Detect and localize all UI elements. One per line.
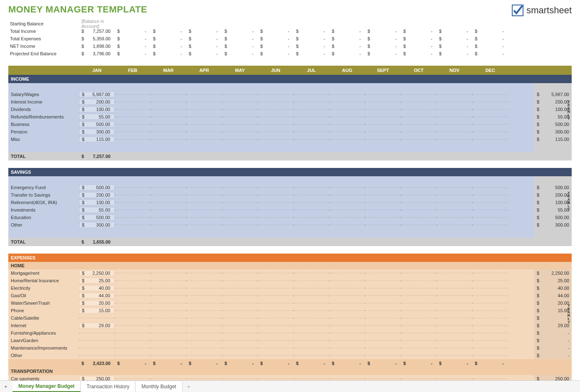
value-cell[interactable]: $200.00	[79, 192, 115, 198]
value-cell[interactable]	[151, 325, 186, 326]
value-cell[interactable]	[329, 348, 365, 348]
value-cell[interactable]	[115, 333, 151, 333]
value-cell[interactable]: $300.00	[79, 222, 115, 228]
value-cell[interactable]	[151, 101, 186, 102]
value-cell[interactable]	[329, 224, 365, 225]
value-cell[interactable]	[115, 124, 151, 125]
value-cell[interactable]: $20.00	[79, 300, 115, 306]
value-cell[interactable]	[115, 325, 151, 326]
value-cell[interactable]	[329, 303, 365, 303]
value-cell[interactable]	[186, 318, 222, 318]
value-cell[interactable]	[222, 210, 258, 210]
value-cell[interactable]	[329, 340, 365, 341]
value-cell[interactable]	[401, 131, 437, 132]
value-cell[interactable]	[329, 116, 365, 117]
value-cell[interactable]: $500.00	[79, 185, 115, 190]
value-cell[interactable]	[115, 288, 151, 288]
value-cell[interactable]	[151, 273, 186, 274]
value-cell[interactable]	[258, 131, 294, 132]
value-cell[interactable]	[294, 295, 329, 296]
value-cell[interactable]	[186, 109, 222, 110]
value-cell[interactable]	[437, 355, 472, 356]
value-cell[interactable]	[329, 94, 365, 95]
value-cell[interactable]	[222, 217, 258, 218]
value-cell[interactable]	[329, 187, 365, 188]
value-cell[interactable]	[329, 109, 365, 110]
value-cell[interactable]	[472, 303, 508, 303]
value-cell[interactable]	[151, 303, 186, 303]
value-cell[interactable]	[115, 224, 151, 225]
value-cell[interactable]	[294, 273, 329, 274]
value-cell[interactable]	[437, 310, 472, 311]
value-cell[interactable]	[472, 340, 508, 341]
value-cell[interactable]	[79, 340, 115, 341]
value-cell[interactable]	[401, 94, 437, 95]
value-cell[interactable]	[186, 116, 222, 117]
value-cell[interactable]	[222, 378, 258, 379]
value-cell[interactable]	[294, 310, 329, 311]
value-cell[interactable]	[151, 202, 186, 203]
value-cell[interactable]	[115, 273, 151, 274]
value-cell[interactable]	[258, 288, 294, 288]
value-cell[interactable]: $500.00	[79, 214, 115, 220]
value-cell[interactable]	[329, 124, 365, 125]
value-cell[interactable]	[472, 101, 508, 102]
value-cell[interactable]	[401, 116, 437, 117]
value-cell[interactable]	[472, 224, 508, 225]
starting-balance-value[interactable]: [Balance in Account]	[79, 19, 115, 29]
value-cell[interactable]	[258, 124, 294, 125]
value-cell[interactable]	[401, 340, 437, 341]
value-cell[interactable]	[258, 318, 294, 318]
value-cell[interactable]	[186, 273, 222, 274]
value-cell[interactable]	[115, 295, 151, 296]
value-cell[interactable]	[186, 378, 222, 379]
value-cell[interactable]	[294, 333, 329, 333]
value-cell[interactable]	[186, 187, 222, 188]
value-cell[interactable]: $200.00	[79, 99, 115, 105]
value-cell[interactable]	[329, 139, 365, 140]
value-cell[interactable]	[186, 340, 222, 341]
value-cell[interactable]	[258, 348, 294, 348]
value-cell[interactable]	[294, 280, 329, 281]
value-cell[interactable]	[401, 217, 437, 218]
value-cell[interactable]	[115, 116, 151, 117]
value-cell[interactable]	[258, 224, 294, 225]
value-cell[interactable]	[365, 310, 401, 311]
value-cell[interactable]	[365, 288, 401, 288]
value-cell[interactable]	[115, 348, 151, 348]
value-cell[interactable]	[222, 310, 258, 311]
value-cell[interactable]	[472, 202, 508, 203]
value-cell[interactable]	[329, 295, 365, 296]
value-cell[interactable]	[258, 273, 294, 274]
value-cell[interactable]: $25.00	[79, 278, 115, 284]
value-cell[interactable]	[365, 101, 401, 102]
value-cell[interactable]	[401, 333, 437, 333]
value-cell[interactable]	[294, 325, 329, 326]
value-cell[interactable]: $29.00	[79, 323, 115, 328]
value-cell[interactable]	[294, 318, 329, 318]
value-cell[interactable]	[365, 202, 401, 203]
value-cell[interactable]	[437, 295, 472, 296]
value-cell[interactable]	[401, 288, 437, 288]
value-cell[interactable]	[186, 124, 222, 125]
value-cell[interactable]	[222, 124, 258, 125]
tab-transaction-history[interactable]: Transaction History	[81, 382, 136, 392]
value-cell[interactable]	[472, 325, 508, 326]
tab-nav-prev[interactable]: ▸	[0, 384, 12, 389]
value-cell[interactable]	[365, 116, 401, 117]
value-cell[interactable]	[222, 295, 258, 296]
value-cell[interactable]	[186, 325, 222, 326]
value-cell[interactable]	[186, 333, 222, 333]
value-cell[interactable]	[222, 318, 258, 318]
value-cell[interactable]	[329, 131, 365, 132]
value-cell[interactable]	[258, 109, 294, 110]
value-cell[interactable]: $100.00	[79, 200, 115, 205]
value-cell[interactable]	[472, 288, 508, 288]
value-cell[interactable]	[472, 124, 508, 125]
value-cell[interactable]	[329, 325, 365, 326]
value-cell[interactable]	[294, 355, 329, 356]
value-cell[interactable]	[151, 333, 186, 333]
value-cell[interactable]: $15.00	[79, 308, 115, 313]
value-cell[interactable]	[437, 303, 472, 303]
value-cell[interactable]	[437, 318, 472, 318]
